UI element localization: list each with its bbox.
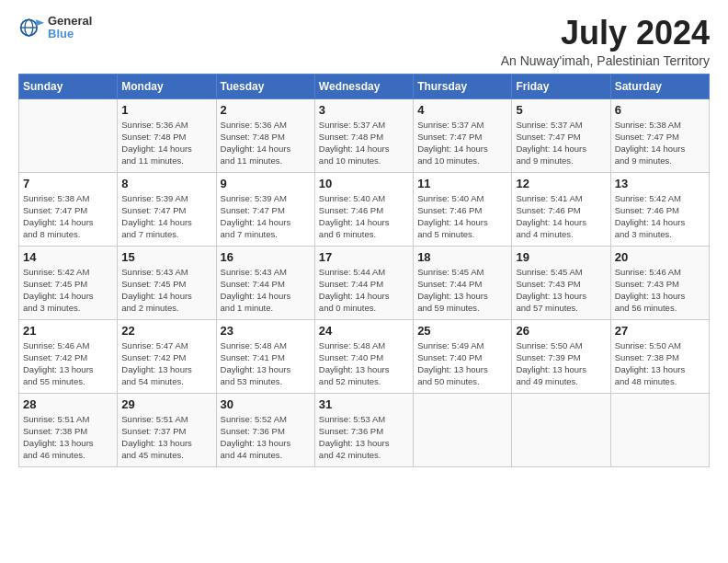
day-cell: 16Sunrise: 5:43 AMSunset: 7:44 PMDayligh… — [216, 246, 314, 319]
day-cell: 19Sunrise: 5:45 AMSunset: 7:43 PMDayligh… — [512, 246, 610, 319]
day-info: Sunrise: 5:45 AMSunset: 7:43 PMDaylight:… — [516, 266, 606, 315]
day-info: Sunrise: 5:40 AMSunset: 7:46 PMDaylight:… — [319, 192, 409, 241]
month-title: July 2024 — [501, 15, 710, 52]
day-number: 20 — [615, 250, 705, 264]
day-cell: 11Sunrise: 5:40 AMSunset: 7:46 PMDayligh… — [414, 172, 512, 246]
day-info: Sunrise: 5:37 AMSunset: 7:48 PMDaylight:… — [319, 119, 409, 167]
header-cell-monday: Monday — [118, 74, 216, 98]
day-info: Sunrise: 5:42 AMSunset: 7:46 PMDaylight:… — [615, 192, 705, 241]
day-info: Sunrise: 5:47 AMSunset: 7:42 PMDaylight:… — [121, 339, 211, 388]
header-row: SundayMondayTuesdayWednesdayThursdayFrid… — [19, 74, 710, 98]
day-number: 18 — [417, 250, 507, 264]
logo: General Blue — [18, 15, 92, 41]
day-info: Sunrise: 5:46 AMSunset: 7:42 PMDaylight:… — [23, 339, 113, 388]
day-number: 13 — [615, 177, 705, 190]
day-cell: 6Sunrise: 5:38 AMSunset: 7:47 PMDaylight… — [610, 98, 709, 172]
day-number: 8 — [121, 177, 211, 190]
day-cell: 12Sunrise: 5:41 AMSunset: 7:46 PMDayligh… — [512, 172, 610, 246]
day-cell — [610, 393, 709, 466]
header-cell-thursday: Thursday — [414, 74, 512, 98]
day-number: 30 — [221, 397, 311, 411]
day-info: Sunrise: 5:42 AMSunset: 7:45 PMDaylight:… — [23, 266, 113, 315]
logo-icon — [18, 15, 44, 40]
header-cell-tuesday: Tuesday — [216, 74, 314, 98]
day-info: Sunrise: 5:36 AMSunset: 7:48 PMDaylight:… — [121, 119, 211, 167]
calendar-table: SundayMondayTuesdayWednesdayThursdayFrid… — [18, 74, 710, 467]
day-info: Sunrise: 5:49 AMSunset: 7:40 PMDaylight:… — [417, 339, 507, 388]
day-info: Sunrise: 5:45 AMSunset: 7:44 PMDaylight:… — [417, 266, 507, 315]
day-cell: 31Sunrise: 5:53 AMSunset: 7:36 PMDayligh… — [314, 393, 413, 466]
day-cell: 27Sunrise: 5:50 AMSunset: 7:38 PMDayligh… — [610, 319, 709, 393]
header-cell-saturday: Saturday — [610, 74, 709, 98]
day-number: 24 — [319, 324, 409, 338]
location-subtitle: An Nuway'imah, Palestinian Territory — [501, 53, 710, 68]
day-info: Sunrise: 5:36 AMSunset: 7:48 PMDaylight:… — [221, 119, 311, 167]
day-info: Sunrise: 5:39 AMSunset: 7:47 PMDaylight:… — [121, 192, 211, 241]
day-number: 23 — [221, 324, 311, 338]
day-cell: 10Sunrise: 5:40 AMSunset: 7:46 PMDayligh… — [314, 172, 413, 246]
day-number: 19 — [516, 250, 606, 264]
day-number: 31 — [319, 397, 409, 411]
day-number: 2 — [221, 103, 311, 117]
week-row-3: 14Sunrise: 5:42 AMSunset: 7:45 PMDayligh… — [19, 246, 710, 319]
day-cell: 8Sunrise: 5:39 AMSunset: 7:47 PMDaylight… — [118, 172, 216, 246]
week-row-5: 28Sunrise: 5:51 AMSunset: 7:38 PMDayligh… — [19, 393, 710, 466]
day-number: 28 — [23, 397, 113, 411]
day-cell: 25Sunrise: 5:49 AMSunset: 7:40 PMDayligh… — [414, 319, 512, 393]
day-info: Sunrise: 5:53 AMSunset: 7:36 PMDaylight:… — [319, 413, 409, 462]
day-number: 7 — [23, 177, 113, 190]
day-info: Sunrise: 5:39 AMSunset: 7:47 PMDaylight:… — [221, 192, 311, 241]
day-cell: 15Sunrise: 5:43 AMSunset: 7:45 PMDayligh… — [118, 246, 216, 319]
day-cell: 30Sunrise: 5:52 AMSunset: 7:36 PMDayligh… — [216, 393, 314, 466]
svg-marker-4 — [36, 20, 44, 27]
logo-text: General Blue — [48, 15, 92, 41]
day-number: 12 — [516, 177, 606, 190]
day-cell: 29Sunrise: 5:51 AMSunset: 7:37 PMDayligh… — [118, 393, 216, 466]
day-cell: 26Sunrise: 5:50 AMSunset: 7:39 PMDayligh… — [512, 319, 610, 393]
day-info: Sunrise: 5:50 AMSunset: 7:39 PMDaylight:… — [516, 339, 606, 388]
week-row-1: 1Sunrise: 5:36 AMSunset: 7:48 PMDaylight… — [19, 98, 710, 172]
day-info: Sunrise: 5:43 AMSunset: 7:44 PMDaylight:… — [221, 266, 311, 315]
day-cell: 22Sunrise: 5:47 AMSunset: 7:42 PMDayligh… — [118, 319, 216, 393]
day-number: 17 — [319, 250, 409, 264]
day-number: 4 — [417, 103, 507, 117]
day-number: 14 — [23, 250, 113, 264]
day-cell: 28Sunrise: 5:51 AMSunset: 7:38 PMDayligh… — [19, 393, 118, 466]
page-header: General Blue July 2024 An Nuway'imah, Pa… — [18, 15, 710, 68]
logo-line1: General — [48, 15, 92, 28]
day-number: 9 — [221, 177, 311, 190]
day-cell: 7Sunrise: 5:38 AMSunset: 7:47 PMDaylight… — [19, 172, 118, 246]
week-row-2: 7Sunrise: 5:38 AMSunset: 7:47 PMDaylight… — [19, 172, 710, 246]
day-info: Sunrise: 5:37 AMSunset: 7:47 PMDaylight:… — [417, 119, 507, 167]
day-info: Sunrise: 5:38 AMSunset: 7:47 PMDaylight:… — [23, 192, 113, 241]
day-info: Sunrise: 5:50 AMSunset: 7:38 PMDaylight:… — [615, 339, 705, 388]
day-number: 3 — [319, 103, 409, 117]
header-cell-friday: Friday — [512, 74, 610, 98]
day-cell: 23Sunrise: 5:48 AMSunset: 7:41 PMDayligh… — [216, 319, 314, 393]
day-info: Sunrise: 5:40 AMSunset: 7:46 PMDaylight:… — [417, 192, 507, 241]
day-info: Sunrise: 5:38 AMSunset: 7:47 PMDaylight:… — [615, 119, 705, 167]
day-number: 11 — [417, 177, 507, 190]
day-cell: 17Sunrise: 5:44 AMSunset: 7:44 PMDayligh… — [314, 246, 413, 319]
day-cell: 4Sunrise: 5:37 AMSunset: 7:47 PMDaylight… — [414, 98, 512, 172]
header-cell-sunday: Sunday — [19, 74, 118, 98]
day-cell: 1Sunrise: 5:36 AMSunset: 7:48 PMDaylight… — [118, 98, 216, 172]
day-info: Sunrise: 5:41 AMSunset: 7:46 PMDaylight:… — [516, 192, 606, 241]
day-number: 26 — [516, 324, 606, 338]
day-info: Sunrise: 5:44 AMSunset: 7:44 PMDaylight:… — [319, 266, 409, 315]
week-row-4: 21Sunrise: 5:46 AMSunset: 7:42 PMDayligh… — [19, 319, 710, 393]
day-number: 16 — [221, 250, 311, 264]
day-cell: 2Sunrise: 5:36 AMSunset: 7:48 PMDaylight… — [216, 98, 314, 172]
day-info: Sunrise: 5:51 AMSunset: 7:38 PMDaylight:… — [23, 413, 113, 462]
day-number: 1 — [121, 103, 211, 117]
day-info: Sunrise: 5:51 AMSunset: 7:37 PMDaylight:… — [121, 413, 211, 462]
day-cell: 5Sunrise: 5:37 AMSunset: 7:47 PMDaylight… — [512, 98, 610, 172]
day-cell: 20Sunrise: 5:46 AMSunset: 7:43 PMDayligh… — [610, 246, 709, 319]
header-cell-wednesday: Wednesday — [314, 74, 413, 98]
day-number: 15 — [121, 250, 211, 264]
day-number: 27 — [615, 324, 705, 338]
day-info: Sunrise: 5:52 AMSunset: 7:36 PMDaylight:… — [221, 413, 311, 462]
day-number: 22 — [121, 324, 211, 338]
day-cell: 13Sunrise: 5:42 AMSunset: 7:46 PMDayligh… — [610, 172, 709, 246]
day-cell: 3Sunrise: 5:37 AMSunset: 7:48 PMDaylight… — [314, 98, 413, 172]
